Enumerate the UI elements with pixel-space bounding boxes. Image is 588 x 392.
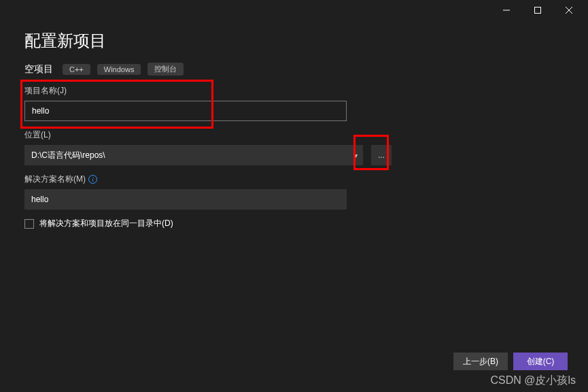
solution-name-label-text: 解决方案名称(M): [24, 174, 86, 185]
location-select-wrap: ▾: [24, 145, 363, 165]
close-button[interactable]: [554, 1, 584, 20]
info-icon[interactable]: i: [88, 175, 97, 184]
tag-console: 控制台: [148, 63, 184, 76]
solution-name-field: 解决方案名称(M) i: [24, 174, 564, 210]
footer-buttons: 上一步(B) 创建(C): [453, 353, 568, 370]
location-label: 位置(L): [24, 129, 564, 141]
form-area: 项目名称(J) 位置(L) ▾ ... 解决方案名称(M) i 将解决方案和项目…: [0, 85, 588, 229]
tag-cpp: C++: [63, 64, 90, 75]
minimize-icon: [503, 7, 510, 14]
minimize-button[interactable]: [491, 1, 521, 20]
tag-windows: Windows: [97, 64, 141, 75]
solution-name-label: 解决方案名称(M) i: [24, 174, 564, 185]
browse-button[interactable]: ...: [371, 145, 392, 165]
back-button[interactable]: 上一步(B): [453, 353, 508, 370]
same-directory-checkbox[interactable]: [24, 219, 34, 229]
template-name: 空项目: [24, 63, 53, 76]
titlebar: [0, 0, 588, 20]
svg-rect-0: [535, 7, 541, 14]
close-icon: [566, 7, 572, 14]
create-button[interactable]: 创建(C): [513, 353, 568, 370]
location-input[interactable]: [24, 145, 363, 165]
maximize-icon: [534, 7, 541, 14]
project-name-label: 项目名称(J): [24, 85, 564, 97]
ellipsis-icon: ...: [378, 150, 385, 160]
project-name-field: 项目名称(J): [24, 85, 564, 121]
same-directory-row: 将解决方案和项目放在同一目录中(D): [24, 218, 564, 229]
subtitle-row: 空项目 C++ Windows 控制台: [0, 57, 588, 85]
project-name-input[interactable]: [24, 101, 347, 121]
maximize-button[interactable]: [523, 1, 553, 20]
page-title: 配置新项目: [0, 20, 588, 57]
same-directory-label: 将解决方案和项目放在同一目录中(D): [39, 218, 173, 229]
location-field: 位置(L) ▾ ...: [24, 129, 564, 165]
watermark: CSDN @皮小孩ls: [490, 374, 576, 388]
solution-name-input[interactable]: [24, 189, 347, 210]
